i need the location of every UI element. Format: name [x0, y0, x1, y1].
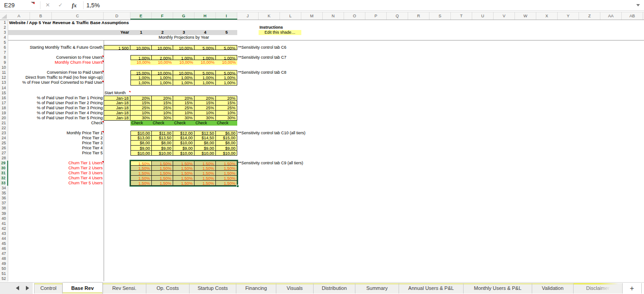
row-header-8[interactable]: 8 — [0, 55, 8, 60]
column-header-AA[interactable]: AA — [600, 12, 622, 20]
sheet-tab-control[interactable]: Control — [34, 283, 63, 294]
row-header-50[interactable]: 50 — [0, 266, 8, 271]
cell-I6[interactable]: 5,00% — [215, 45, 237, 50]
row-header-23[interactable]: 23 — [0, 131, 8, 136]
row-header-41[interactable]: 41 — [0, 221, 8, 226]
cell-D6[interactable]: 1 500 — [104, 45, 130, 50]
row-header-49[interactable]: 49 — [0, 261, 8, 266]
column-header-L[interactable]: L — [280, 12, 301, 20]
cell-G9[interactable]: 10,00% — [173, 60, 195, 65]
row-header-12[interactable]: 12 — [0, 75, 8, 80]
row-header-44[interactable]: 44 — [0, 236, 8, 241]
row-header-39[interactable]: 39 — [0, 211, 8, 216]
selection-border[interactable] — [130, 160, 238, 187]
row-header-32[interactable]: 32 — [0, 176, 8, 181]
row-header-24[interactable]: 24 — [0, 136, 8, 141]
add-sheet-button[interactable]: + — [623, 283, 642, 294]
row-header-28[interactable]: 28 — [0, 156, 8, 161]
cell-I8[interactable]: 1,00% — [215, 55, 237, 60]
row-header-9[interactable]: 9 — [0, 60, 8, 65]
sheet-tab-annual-users-p-l[interactable]: Annual Users & P&L — [399, 283, 464, 294]
name-box[interactable]: E29 — [0, 0, 27, 10]
column-header-N[interactable]: N — [323, 12, 344, 20]
tab-scroll-right-icon[interactable] — [26, 286, 29, 290]
cell-H20[interactable]: 30% — [194, 115, 216, 121]
cell-F6[interactable]: 10,00% — [151, 45, 173, 50]
column-header-D[interactable]: D — [104, 12, 130, 20]
row-header-14[interactable]: 14 — [0, 86, 8, 91]
row-header-3[interactable]: 3 — [0, 30, 8, 35]
sheet-tab-base-rev[interactable]: Base Rev — [63, 283, 103, 294]
cell-E8[interactable]: 1,00% — [130, 55, 152, 60]
sheet-tab-financing[interactable]: Financing — [236, 283, 276, 294]
row-header-19[interactable]: 19 — [0, 111, 8, 116]
row-header-30[interactable]: 30 — [0, 166, 8, 171]
row-header-35[interactable]: 35 — [0, 191, 8, 196]
cell-H9[interactable]: 10,00% — [195, 60, 216, 65]
row-header-10[interactable]: 10 — [0, 65, 8, 70]
column-header-Q[interactable]: Q — [387, 12, 408, 20]
cell-G6[interactable]: 10,00% — [173, 45, 195, 50]
cell-G8[interactable]: 1,00% — [173, 55, 195, 60]
cell-G27[interactable]: $10,00 — [173, 150, 195, 156]
cell-F20[interactable]: 30% — [151, 115, 173, 121]
row-header-5[interactable]: 5 — [0, 40, 8, 45]
cell-G20[interactable]: 30% — [173, 115, 195, 121]
cell-F8[interactable]: 2,00% — [151, 55, 173, 60]
sheet-tab-visuals[interactable]: Visuals — [276, 283, 314, 294]
cell-E13[interactable]: 1,00% — [130, 80, 152, 85]
column-header-Y[interactable]: Y — [558, 12, 579, 20]
column-header-K[interactable]: K — [259, 12, 280, 20]
row-header-37[interactable]: 37 — [0, 201, 8, 206]
row-header-6[interactable]: 6 — [0, 45, 8, 50]
cell-H13[interactable]: 1,00% — [194, 80, 216, 85]
cell-H27[interactable]: $10,00 — [194, 150, 216, 156]
row-header-34[interactable]: 34 — [0, 186, 8, 191]
column-header-AB[interactable]: AB — [622, 12, 643, 20]
column-header-A[interactable]: A — [8, 12, 30, 20]
row-header-47[interactable]: 47 — [0, 251, 8, 256]
row-header-40[interactable]: 40 — [0, 216, 8, 221]
cell-I9[interactable]: 10,00% — [216, 60, 237, 65]
cell-F27[interactable]: $10,00 — [151, 150, 173, 156]
sheet-tab-summary[interactable]: Summary — [355, 283, 399, 294]
row-header-36[interactable]: 36 — [0, 196, 8, 201]
column-header-V[interactable]: V — [494, 12, 515, 20]
row-header-33[interactable]: 33 — [0, 181, 8, 186]
row-header-1[interactable]: 1 — [0, 20, 8, 25]
cell-H8[interactable]: 1,00% — [194, 55, 216, 60]
row-header-51[interactable]: 51 — [0, 271, 8, 276]
column-header-W[interactable]: W — [515, 12, 536, 20]
cell-G13[interactable]: 1,00% — [173, 80, 195, 85]
sheet-tab-distribution[interactable]: Distribution — [314, 283, 355, 294]
row-header-7[interactable]: 7 — [0, 50, 8, 55]
column-header-M[interactable]: M — [301, 12, 323, 20]
instructions-note-cell[interactable]: Edit this shade… — [259, 30, 301, 35]
row-header-22[interactable]: 22 — [0, 126, 8, 131]
cell-I27[interactable]: $10,00 — [215, 150, 237, 156]
cell-H6[interactable]: 5,00% — [194, 45, 216, 50]
row-header-11[interactable]: 11 — [0, 70, 8, 75]
sheet-tab-disclaimer[interactable]: Disclaimer — [574, 283, 623, 294]
spinner-down-icon[interactable] — [31, 2, 35, 4]
fx-icon[interactable]: fx — [72, 0, 77, 10]
row-header-42[interactable]: 42 — [0, 226, 8, 231]
column-header-C[interactable]: C — [52, 12, 104, 20]
row-header-29[interactable]: 29 — [0, 161, 8, 166]
row-header-17[interactable]: 17 — [0, 101, 8, 106]
formula-bar-expand-icon[interactable] — [636, 4, 640, 6]
sheet-tab-rev-sensi[interactable]: Rev Sensi. — [103, 283, 146, 294]
cell-E9[interactable]: 10,00% — [130, 60, 152, 65]
fill-handle[interactable] — [236, 185, 239, 188]
select-all-corner[interactable] — [1, 14, 7, 19]
column-header-U[interactable]: U — [472, 12, 494, 20]
column-header-S[interactable]: S — [429, 12, 451, 20]
sheet-tab-validation[interactable]: Validation — [532, 283, 574, 294]
row-header-43[interactable]: 43 — [0, 231, 8, 236]
cell-F9[interactable]: 10,00% — [152, 60, 173, 65]
row-header-4[interactable]: 4 — [0, 35, 8, 40]
sheet-tab-monthly-users-p-l[interactable]: Monthly Users & P&L — [464, 283, 532, 294]
row-header-45[interactable]: 45 — [0, 241, 8, 246]
sheet-tab-startup-costs[interactable]: Startup Costs — [190, 283, 236, 294]
row-header-21[interactable]: 21 — [0, 121, 8, 126]
